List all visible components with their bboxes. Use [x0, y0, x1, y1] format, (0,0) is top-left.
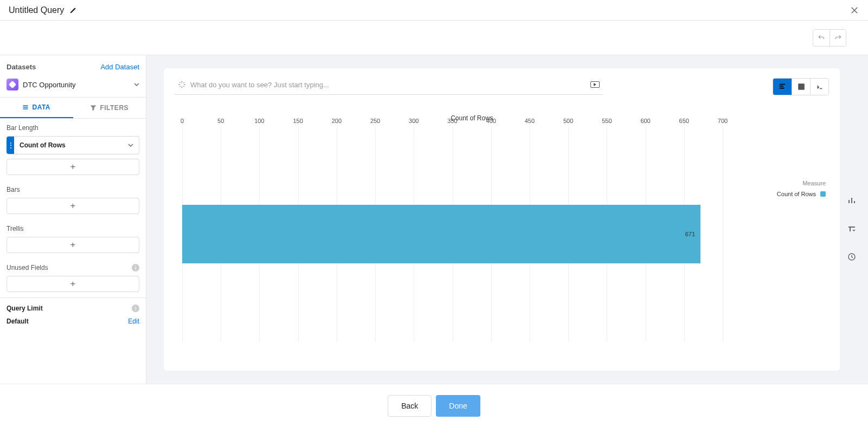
x-tick-label: 100 [254, 118, 264, 124]
nl-query-input[interactable] [190, 81, 586, 89]
add-trellis-button[interactable] [7, 237, 139, 253]
sparkle-icon [178, 80, 186, 89]
add-unused-field-button[interactable] [7, 276, 139, 292]
legend-item: Count of Rows [777, 191, 826, 197]
format-button[interactable] [845, 222, 858, 235]
section-bars-label: Bars [7, 186, 139, 193]
x-tick-label: 400 [486, 118, 496, 124]
info-icon[interactable]: i [132, 305, 139, 312]
done-button[interactable]: Done [436, 395, 480, 417]
add-dataset-link[interactable]: Add Dataset [100, 63, 139, 71]
legend-swatch [820, 191, 826, 197]
section-trellis-label: Trellis [7, 225, 139, 232]
datasets-title: Datasets [7, 63, 36, 71]
measure-pill-label: Count of Rows [14, 141, 123, 149]
chart-type-button[interactable] [845, 194, 858, 207]
edit-icon[interactable] [69, 7, 77, 14]
chevron-down-icon [134, 82, 139, 87]
info-icon[interactable]: i [132, 264, 139, 271]
x-tick-label: 700 [718, 118, 728, 124]
table-mode-button[interactable] [792, 79, 810, 95]
x-tick-label: 300 [409, 118, 419, 124]
section-unused-fields-label: Unused Fields [7, 264, 48, 271]
chart-plot: 0501001502002503003504004505005506006507… [182, 126, 723, 342]
sidebar: Datasets Add Dataset DTC Opportunity DAT… [0, 55, 146, 384]
drag-handle-icon[interactable] [7, 137, 14, 154]
section-bar-length-label: Bar Length [7, 124, 139, 132]
redo-button[interactable] [830, 30, 846, 46]
x-tick-label: 650 [679, 118, 689, 124]
tab-filters-label: FILTERS [100, 104, 128, 112]
x-tick-label: 250 [370, 118, 380, 124]
x-tick-label: 200 [332, 118, 342, 124]
x-tick-label: 600 [640, 118, 650, 124]
dataset-selector[interactable]: DTC Opportunity [0, 75, 146, 97]
edit-query-limit-link[interactable]: Edit [128, 318, 139, 325]
bar [182, 205, 700, 263]
code-mode-button[interactable] [810, 79, 828, 95]
dataset-name: DTC Opportunity [23, 81, 130, 89]
legend-title: Measure [777, 180, 826, 186]
chevron-down-icon[interactable] [128, 143, 133, 148]
close-icon[interactable] [850, 5, 859, 15]
query-limit-title: Query Limit [7, 305, 43, 312]
run-query-button[interactable] [590, 81, 600, 88]
add-bar-length-button[interactable] [7, 159, 139, 175]
x-tick-label: 0 [181, 118, 184, 124]
x-tick-label: 550 [602, 118, 612, 124]
svg-rect-0 [798, 84, 804, 90]
query-limit-default: Default [7, 318, 29, 325]
x-tick-label: 150 [293, 118, 303, 124]
bar-value-label: 671 [685, 231, 695, 237]
x-tick-label: 500 [563, 118, 573, 124]
page-title: Untitled Query [9, 5, 64, 15]
add-bars-button[interactable] [7, 198, 139, 214]
tab-data[interactable]: DATA [0, 98, 73, 118]
history-button[interactable] [845, 250, 858, 263]
measure-pill[interactable]: Count of Rows [7, 136, 139, 154]
x-tick-label: 350 [447, 118, 457, 124]
x-tick-label: 50 [217, 118, 224, 124]
x-tick-label: 450 [525, 118, 535, 124]
chart-mode-button[interactable] [773, 79, 792, 95]
back-button[interactable]: Back [388, 395, 432, 417]
undo-button[interactable] [813, 30, 830, 46]
chart-canvas: Count of Rows 05010015020025030035040045… [164, 68, 840, 371]
tab-data-label: DATA [32, 103, 50, 111]
dataset-icon [7, 79, 18, 90]
